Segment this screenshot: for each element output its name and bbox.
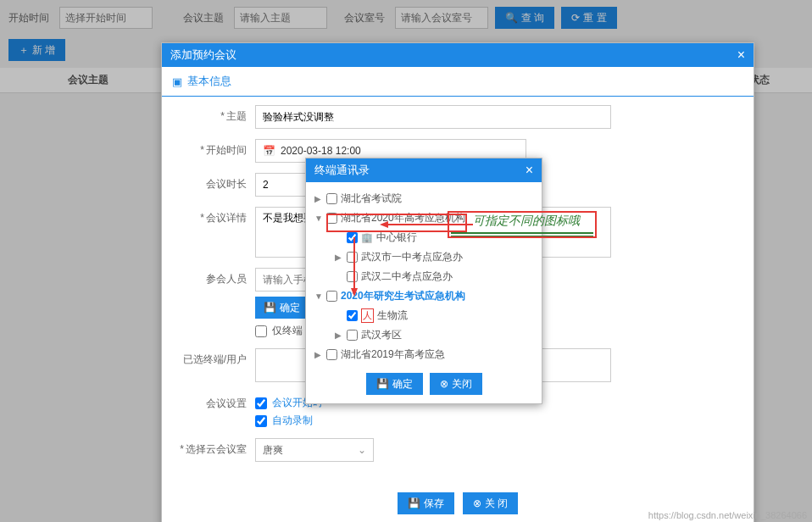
- modal2-close-label: 关闭: [452, 377, 472, 392]
- modal2-header: 终端通讯录 ×: [306, 158, 542, 182]
- expand-icon[interactable]: ▶: [314, 194, 323, 203]
- tree-node[interactable]: 🏢 中心银行: [314, 228, 533, 247]
- modal1-close-icon[interactable]: ×: [737, 47, 745, 63]
- tree-node[interactable]: ▶ 武汉市一中考点应急办: [314, 247, 533, 267]
- tree-checkbox[interactable]: [326, 291, 337, 302]
- duration-field[interactable]: [255, 173, 306, 197]
- collapse-icon[interactable]: ▼: [314, 292, 323, 301]
- tree-node-label: 武汉市一中考点应急办: [361, 250, 463, 264]
- terminal-contacts-modal: 终端通讯录 × ▶ 湖北省考试院 ▼ 湖北省2020年高考应急机构 🏢 中心银行…: [305, 158, 542, 404]
- tree-node-label: 中心银行: [376, 230, 417, 245]
- modal2-title: 终端通讯录: [314, 163, 370, 178]
- tree-node-label: 湖北省2019年高考应急: [341, 347, 445, 362]
- building-icon: 🏢: [361, 232, 373, 243]
- calendar-icon: 📅: [263, 145, 275, 157]
- modal1-save-label: 保存: [424, 497, 444, 511]
- tree-node[interactable]: 人 生物流: [314, 306, 533, 325]
- modal2-close-button[interactable]: ⊗ 关闭: [430, 373, 482, 395]
- cloud-field-label: 选择云会议室: [186, 443, 247, 455]
- start-date-value: 2020-03-18 12:00: [281, 145, 361, 157]
- tree-checkbox[interactable]: [326, 193, 337, 204]
- save-icon: 💾: [408, 497, 420, 509]
- members-field-label: 参会人员: [206, 273, 247, 285]
- info-icon: ▣: [172, 75, 182, 88]
- save-icon: 💾: [376, 378, 389, 390]
- tree-node[interactable]: 武汉二中考点应急办: [314, 267, 533, 286]
- save-icon: 💾: [264, 302, 276, 314]
- modal2-close-icon[interactable]: ×: [526, 163, 533, 178]
- duration-field-label: 会议时长: [206, 178, 247, 190]
- expand-icon[interactable]: ▶: [335, 330, 343, 340]
- modal1-close-label: 关 闭: [485, 497, 508, 511]
- modal2-confirm-button[interactable]: 💾 确定: [366, 373, 423, 395]
- expand-icon[interactable]: ▶: [335, 253, 343, 262]
- tree-node[interactable]: ▶ 湖北省考试院: [314, 189, 533, 208]
- members-confirm-label: 确定: [280, 301, 300, 315]
- tree-node-label: 武汉考区: [361, 328, 402, 342]
- expand-icon[interactable]: ▶: [314, 350, 323, 359]
- tree-node[interactable]: ▶ 武汉考区: [314, 325, 533, 345]
- modal2-confirm-label: 确定: [392, 377, 413, 392]
- collapse-icon[interactable]: ▼: [314, 214, 323, 223]
- start-field-label: 开始时间: [206, 144, 247, 156]
- setting-record-label: 自动录制: [272, 414, 313, 428]
- modal1-close-button[interactable]: ⊗ 关 闭: [463, 492, 518, 514]
- tree-node-label: 湖北省考试院: [341, 192, 402, 206]
- modal1-title: 添加预约会议: [170, 47, 236, 63]
- setting-record-checkbox[interactable]: [255, 415, 267, 427]
- tree-node[interactable]: ▼ 湖北省2020年高考应急机构: [314, 208, 533, 228]
- close-icon: ⊗: [440, 378, 448, 390]
- tree-node-label: 2020年研究生考试应急机构: [341, 289, 465, 303]
- only-terminal-checkbox[interactable]: [255, 325, 267, 337]
- tree-node[interactable]: ▶ 湖北省2019年高考应急: [314, 345, 533, 364]
- tree-node[interactable]: ▼ 2020年研究生考试应急机构: [314, 286, 533, 306]
- cloud-room-value: 唐爽: [263, 443, 283, 458]
- close-icon: ⊗: [473, 497, 481, 509]
- chevron-down-icon: ⌄: [358, 444, 366, 456]
- settings-field-label: 会议设置: [206, 397, 247, 409]
- person-icon: 人: [361, 308, 374, 323]
- subject-field[interactable]: [255, 105, 611, 129]
- members-confirm-button[interactable]: 💾 确定: [255, 297, 309, 319]
- tree-checkbox[interactable]: [347, 252, 358, 263]
- tree-checkbox[interactable]: [347, 330, 358, 341]
- tree-checkbox[interactable]: [326, 349, 337, 360]
- tree-node-label: 湖北省2020年高考应急机构: [341, 211, 465, 225]
- modal1-header: 添加预约会议 ×: [162, 43, 754, 67]
- tree-checkbox[interactable]: [326, 213, 337, 224]
- tree-node-label: 武汉二中考点应急办: [361, 269, 453, 284]
- tree-checkbox[interactable]: [347, 232, 358, 243]
- subject-field-label: 主题: [226, 110, 247, 122]
- cloud-room-select[interactable]: 唐爽 ⌄: [255, 438, 374, 462]
- setting-start-checkbox[interactable]: [255, 397, 267, 409]
- basic-info-label: 基本信息: [187, 74, 231, 89]
- contacts-tree: ▶ 湖北省考试院 ▼ 湖北省2020年高考应急机构 🏢 中心银行 ▶ 武汉市一中…: [306, 182, 542, 403]
- watermark: https://blog.csdn.net/weixin_38264066: [648, 510, 807, 520]
- tree-checkbox[interactable]: [347, 310, 358, 321]
- detail-field-label: 会议详情: [206, 212, 247, 224]
- tree-checkbox[interactable]: [347, 271, 358, 282]
- selected-field-label: 已选终端/用户: [183, 353, 247, 365]
- basic-info-section: ▣ 基本信息: [162, 67, 754, 97]
- modal1-save-button[interactable]: 💾 保存: [398, 492, 454, 514]
- tree-node-label: 生物流: [377, 308, 408, 323]
